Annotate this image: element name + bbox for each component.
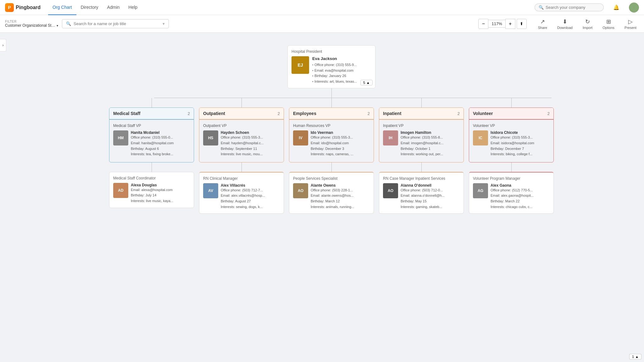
share-button[interactable]: ↗ Share (536, 17, 550, 31)
inp-vp-interests: Interests: working out, per... (401, 151, 444, 157)
vol-child-card[interactable]: Volunteer Program Manager AG Alex Gaona … (469, 172, 554, 214)
search-dropdown-icon: ▾ (163, 21, 165, 26)
emp-child-title: People Services Specialist (293, 176, 370, 181)
filter-dropdown[interactable]: Customer Organizational Struct... ▾ (5, 23, 58, 28)
medical-staff-vp-title: Medical Staff VP (113, 123, 190, 128)
outpatient-group[interactable]: Outpatient 2 Outpatient VP HS Hayden Sch… (199, 107, 284, 162)
volunteer-vp-person: IC Isidora Chicote Office phone: (310) 5… (473, 130, 550, 157)
chart-container: Hospital President EJ Eva Jackson Office… (6, 39, 638, 220)
emp-child-card[interactable]: People Services Specialist AO Alante Owe… (289, 172, 374, 214)
medical-staff-vp-details: Office phone: (310) 555-0... Email: hani… (131, 135, 174, 157)
ms-child-bday: Birthday: July 14 (131, 193, 173, 198)
op-child-card[interactable]: RN Clinical Manager AV Alex Villacrés Of… (199, 172, 284, 214)
op-child-details: Office phone: (503) 712-7... Email: alex… (221, 188, 265, 210)
inpatient-vp-details: Office phone: (310) 555-8... Email: imog… (401, 135, 444, 157)
root-birthday: Birthday: January 26 (312, 73, 371, 79)
emp-vp-bday: Birthday: December 3 (311, 146, 353, 152)
op-vp-phone: Office phone: (310) 555-3... (221, 135, 264, 140)
inp-child-card[interactable]: RN Case Manager Inpatient Services AO Al… (379, 172, 464, 214)
emp-child-avatar: AO (293, 183, 308, 198)
vol-child-phone: Office phone: (512) 770-5... (491, 188, 534, 193)
options-label: Options (602, 26, 614, 30)
inpatient-group[interactable]: Inpatient 2 Inpatient VP IH Imogen Hamil… (379, 107, 464, 162)
toolbar-actions: ↗ Share ⬇ Download ↻ Import ⊞ Options ▷ … (536, 17, 639, 31)
employees-col: Employees 2 Human Resources VP IV Ido Ve… (289, 98, 374, 214)
nav-help[interactable]: Help (124, 0, 142, 15)
ms-vp-phone: Office phone: (310) 555-0... (131, 135, 174, 140)
vol-vp-bday: Birthday: December 7 (491, 146, 534, 152)
collapse-button[interactable]: ⬆ (517, 19, 527, 29)
medical-staff-group[interactable]: Medical Staff 2 Medical Staff VP HM Hani… (109, 107, 194, 162)
volunteer-count: 2 (547, 111, 550, 116)
person-search-bar[interactable]: 🔍 ▾ (62, 19, 169, 28)
import-icon: ↻ (585, 18, 590, 25)
options-button[interactable]: ⊞ Options (600, 17, 617, 31)
emp-child-info: Alante Owens Office phone: (503) 228-1..… (311, 183, 354, 210)
vol-vp-interests: Interests: biking, college f... (491, 151, 534, 157)
vol-child-name: Alex Gaona (491, 183, 534, 188)
ms-vp-interests: Interests: tea, fixing broke... (131, 151, 174, 157)
op-vp-interests: Interests: live music, mou... (221, 151, 264, 157)
filter-section: FILTER Customer Organizational Struct...… (5, 20, 58, 28)
root-card[interactable]: Hospital President EJ Eva Jackson Office… (287, 45, 375, 88)
zoom-out-button[interactable]: − (478, 19, 488, 29)
inpatient-header: Inpatient 2 (379, 108, 464, 120)
employees-title: Employees (293, 111, 316, 116)
global-search-box[interactable]: 🔍 (535, 3, 604, 11)
volunteer-title: Volunteer (473, 111, 493, 116)
download-label: Download (557, 26, 573, 30)
volunteer-header: Volunteer 2 (469, 108, 553, 120)
person-search-icon: 🔍 (66, 21, 71, 26)
vol-vp-email: Email: isidora@hospital.com (491, 140, 534, 146)
zoom-display: 117% (488, 20, 505, 28)
sidebar-toggle[interactable]: › (0, 39, 6, 52)
ms-child-interests: Interests: live music, kaya... (131, 198, 173, 204)
nav-directory[interactable]: Directory (76, 0, 103, 15)
import-button[interactable]: ↻ Import (580, 17, 595, 31)
ms-child-avatar: AD (113, 183, 128, 198)
logo: P Pingboard (5, 3, 41, 12)
notifications-button[interactable]: 🔔 (611, 3, 621, 13)
volunteer-body: Volunteer VP IC Isidora Chicote Office p… (469, 120, 553, 162)
global-search-input[interactable] (546, 5, 596, 10)
ms-child-vert (152, 162, 152, 172)
outpatient-count: 2 (278, 111, 280, 116)
inp-child-name: Alanna O'donnell (401, 183, 445, 188)
root-expand-button[interactable]: 5 ▲ (360, 80, 373, 85)
nav-org-chart[interactable]: Org Chart (48, 0, 76, 15)
outpatient-vp-name: Hayden Schoen (221, 130, 264, 135)
volunteer-vert (511, 98, 512, 107)
nav-admin[interactable]: Admin (103, 0, 124, 15)
user-avatar[interactable] (629, 3, 639, 13)
medical-staff-vp-avatar: HM (113, 130, 128, 145)
present-button[interactable]: ▷ Present (622, 17, 639, 31)
emp-child-vert (331, 162, 332, 172)
employees-group[interactable]: Employees 2 Human Resources VP IV Ido Ve… (289, 107, 374, 162)
op-vp-bday: Birthday: September 11 (221, 146, 264, 152)
zoom-in-button[interactable]: + (505, 19, 515, 29)
download-button[interactable]: ⬇ Download (555, 17, 575, 31)
volunteer-group[interactable]: Volunteer 2 Volunteer VP IC Isidora Chic… (469, 107, 554, 162)
vol-vp-phone: Office phone: (310) 555-3... (491, 135, 534, 140)
medical-staff-vp-info: Hanita Mcdaniel Office phone: (310) 555-… (131, 130, 174, 157)
medical-staff-header: Medical Staff 2 (109, 108, 194, 120)
ms-child-title: Medical Staff Coordinator (113, 176, 190, 180)
emp-child-phone: Office phone: (503) 228-1... (311, 188, 354, 193)
vol-child-person: AG Alex Gaona Office phone: (512) 770-5.… (473, 183, 550, 210)
inp-child-email: Email: alanna.o'donnell@h... (401, 193, 445, 199)
medical-staff-vp-name: Hanita Mcdaniel (131, 130, 174, 135)
nav-links: Org Chart Directory Admin Help (48, 0, 142, 15)
ms-child-name: Alexa Douglas (131, 183, 173, 187)
op-child-person: AV Alex Villacrés Office phone: (503) 71… (203, 183, 280, 210)
inp-vp-email: Email: imogen@hospital.c... (401, 140, 444, 146)
filter-label: FILTER (5, 20, 58, 23)
person-search-input[interactable] (74, 21, 160, 26)
vol-child-details: Office phone: (512) 770-5... Email: alex… (491, 188, 534, 210)
ms-child-card[interactable]: Medical Staff Coordinator AD Alexa Dougl… (109, 172, 194, 208)
employees-vp-details: Office phone: (310) 555-3... Email: ido@… (311, 135, 353, 157)
share-icon: ↗ (540, 18, 545, 25)
root-phone: Office phone: (310) 555-9... (312, 62, 371, 68)
vol-child-email: Email: alex.gaona@hospit... (491, 193, 534, 199)
vol-child-avatar: AG (473, 183, 488, 198)
root-email: Email: eva@hospital.com (312, 68, 371, 74)
